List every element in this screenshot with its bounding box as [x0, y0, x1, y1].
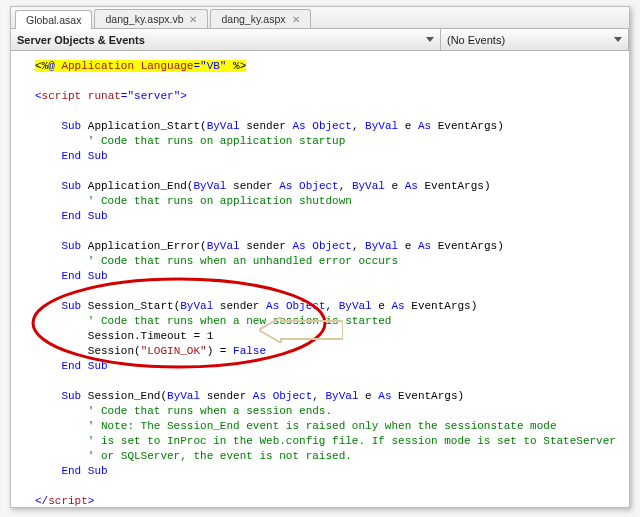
tab-strip: Global.asax dang_ky.aspx.vb ✕ dang_ky.as…	[11, 7, 629, 29]
code-token: As	[279, 180, 299, 192]
tab-label: dang_ky.aspx.vb	[105, 13, 183, 25]
code-token: <	[35, 90, 42, 102]
code-token: End Sub	[35, 210, 108, 222]
code-token: Session_Start(	[88, 300, 180, 312]
code-token: )	[471, 300, 478, 312]
tab-dang-ky-aspx[interactable]: dang_ky.aspx ✕	[210, 9, 310, 28]
tab-global-asax[interactable]: Global.asax	[15, 10, 92, 29]
code-token: Application	[61, 60, 140, 72]
code-token: Object	[312, 120, 352, 132]
code-token: ByVal	[167, 390, 207, 402]
code-token: ,	[325, 300, 338, 312]
code-token: sender	[233, 180, 279, 192]
code-token: End Sub	[35, 360, 108, 372]
code-token: ByVal	[365, 120, 405, 132]
code-token: As	[378, 390, 398, 402]
code-token: EventArgs	[425, 180, 484, 192]
code-token: runat	[88, 90, 121, 102]
code-token: ByVal	[207, 120, 247, 132]
code-token: As	[418, 240, 438, 252]
tab-label: Global.asax	[26, 14, 81, 26]
code-comment: ' Code that runs on application shutdown	[35, 195, 352, 207]
code-editor[interactable]: <%@ Application Language="VB" %> <script…	[11, 51, 629, 507]
code-token: As	[405, 180, 425, 192]
tab-label: dang_ky.aspx	[221, 13, 285, 25]
code-token: %>	[233, 60, 246, 72]
nav-dropdown-bar: Server Objects & Events (No Events)	[11, 29, 629, 51]
code-token: ,	[352, 240, 365, 252]
code-token: False	[233, 345, 266, 357]
code-token: Sub	[35, 300, 88, 312]
code-token: EventArgs	[438, 120, 497, 132]
code-token: Session_End(	[88, 390, 167, 402]
code-token: e	[405, 240, 418, 252]
code-token: As	[418, 120, 438, 132]
code-token: "VB"	[200, 60, 233, 72]
code-token: <%	[35, 60, 48, 72]
code-token: As	[253, 390, 273, 402]
code-token: "server"	[127, 90, 180, 102]
code-token: >	[180, 90, 187, 102]
code-token: EventArgs	[438, 240, 497, 252]
code-token: e	[378, 300, 391, 312]
editor-panel: Global.asax dang_ky.aspx.vb ✕ dang_ky.as…	[10, 6, 630, 508]
code-token: EventArgs	[411, 300, 470, 312]
code-token: Application_End(	[88, 180, 194, 192]
code-token: @	[48, 60, 61, 72]
code-token: ByVal	[352, 180, 392, 192]
code-token: Object	[286, 300, 326, 312]
code-comment: ' Code that runs when a session ends.	[35, 405, 339, 417]
code-token: Object	[299, 180, 339, 192]
code-comment: ' Code that runs on application startup	[35, 135, 345, 147]
code-token: )	[497, 240, 504, 252]
code-token: ,	[312, 390, 325, 402]
code-comment: ' Note: The Session_End event is raised …	[35, 420, 557, 432]
code-token: Application_Error(	[88, 240, 207, 252]
code-token: Sub	[35, 120, 88, 132]
code-token: script	[48, 495, 88, 507]
object-dropdown[interactable]: Server Objects & Events	[11, 29, 441, 50]
code-token: End Sub	[35, 150, 108, 162]
code-token: e	[405, 120, 418, 132]
code-token: End Sub	[35, 270, 108, 282]
code-token: ByVal	[339, 300, 379, 312]
code-token: script	[42, 90, 88, 102]
event-dropdown[interactable]: (No Events)	[441, 29, 629, 50]
code-token: Application_Start(	[88, 120, 207, 132]
code-token: ,	[352, 120, 365, 132]
dropdown-label: (No Events)	[447, 34, 505, 46]
code-token: >	[88, 495, 95, 507]
code-token: ByVal	[365, 240, 405, 252]
code-token: Sub	[35, 180, 88, 192]
code-token: e	[392, 180, 405, 192]
code-token: )	[458, 390, 465, 402]
code-token: Session.Timeout = 1	[35, 330, 213, 342]
code-token: )	[484, 180, 491, 192]
code-token: sender	[246, 240, 292, 252]
code-token: As	[292, 120, 312, 132]
code-token: ByVal	[207, 240, 247, 252]
dropdown-label: Server Objects & Events	[17, 34, 145, 46]
tab-dang-ky-aspx-vb[interactable]: dang_ky.aspx.vb ✕	[94, 9, 208, 28]
code-token: Object	[312, 240, 352, 252]
code-token: sender	[246, 120, 292, 132]
code-token: End Sub	[35, 465, 108, 477]
code-token: Session(	[35, 345, 141, 357]
code-token: As	[392, 300, 412, 312]
code-token: Object	[273, 390, 313, 402]
code-token: Language	[141, 60, 194, 72]
code-comment: ' Code that runs when an unhandled error…	[35, 255, 398, 267]
code-token: ,	[339, 180, 352, 192]
code-comment: ' Code that runs when a new session is s…	[35, 315, 391, 327]
code-token: As	[266, 300, 286, 312]
close-icon[interactable]: ✕	[292, 14, 300, 25]
code-token: Sub	[35, 240, 88, 252]
code-token: ByVal	[193, 180, 233, 192]
code-token: sender	[207, 390, 253, 402]
code-token: )	[497, 120, 504, 132]
code-token: "LOGIN_OK"	[141, 345, 207, 357]
code-comment: ' or SQLServer, the event is not raised.	[35, 450, 352, 462]
code-token: sender	[220, 300, 266, 312]
close-icon[interactable]: ✕	[189, 14, 197, 25]
code-comment: ' is set to InProc in the Web.config fil…	[35, 435, 623, 447]
